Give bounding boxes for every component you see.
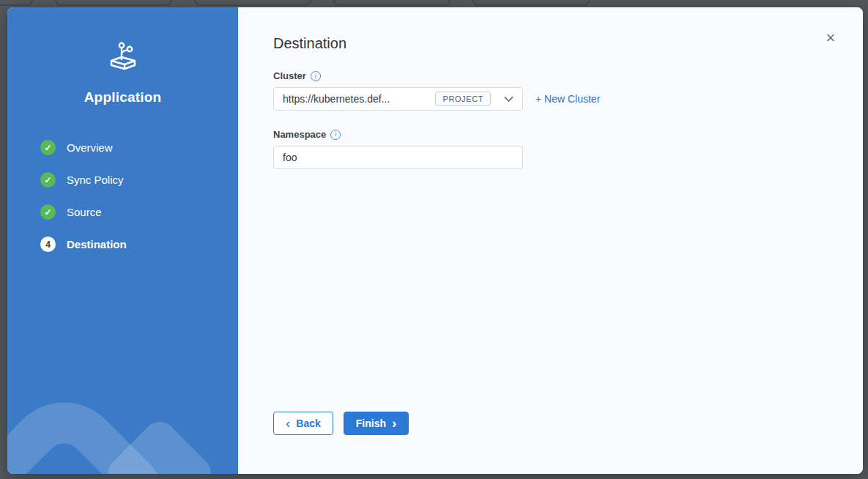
- info-icon[interactable]: i: [330, 130, 341, 140]
- wizard-title: Application: [7, 89, 238, 105]
- backdrop-tab: [55, 0, 172, 6]
- step-label: Sync Policy: [67, 174, 124, 186]
- step-source[interactable]: ✓ Source: [40, 204, 238, 220]
- cluster-label: Cluster: [273, 70, 306, 81]
- chevron-left-icon: ‹: [286, 416, 290, 430]
- backdrop-tab: [194, 0, 311, 6]
- step-label: Source: [67, 206, 102, 218]
- step-sync-policy[interactable]: ✓ Sync Policy: [40, 172, 238, 187]
- namespace-input[interactable]: [273, 146, 523, 169]
- create-application-wizard-dialog: Application ✓ Overview ✓ Sync Policy ✓ S…: [7, 7, 863, 474]
- step-number-badge: 4: [40, 237, 56, 252]
- project-badge: PROJECT: [435, 92, 491, 106]
- wizard-footer: ‹ Back Finish ›: [273, 412, 409, 435]
- wizard-content-panel: × Destination Cluster i https://kubernet…: [238, 7, 863, 474]
- page-title: Destination: [273, 35, 828, 52]
- backdrop-tab: [333, 0, 450, 6]
- step-overview[interactable]: ✓ Overview: [40, 140, 238, 155]
- close-icon: ×: [826, 29, 836, 47]
- back-button[interactable]: ‹ Back: [273, 412, 333, 435]
- check-icon: ✓: [40, 140, 56, 155]
- application-box-icon: [106, 41, 140, 72]
- close-button[interactable]: ×: [820, 28, 841, 48]
- step-destination[interactable]: 4 Destination: [40, 237, 238, 252]
- backdrop-skeleton-tabs: [0, 0, 590, 6]
- cluster-select-value: https://kubernetes.def...: [283, 93, 435, 105]
- step-label: Destination: [67, 238, 127, 250]
- new-cluster-link[interactable]: + New Cluster: [535, 93, 600, 105]
- back-button-label: Back: [296, 417, 320, 429]
- step-label: Overview: [67, 141, 113, 154]
- backdrop-tab: [472, 0, 590, 6]
- wizard-sidebar: Application ✓ Overview ✓ Sync Policy ✓ S…: [7, 7, 238, 474]
- finish-button[interactable]: Finish ›: [344, 412, 409, 435]
- check-icon: ✓: [40, 204, 56, 220]
- chevron-down-icon: [504, 96, 513, 103]
- namespace-label: Namespace: [273, 129, 326, 140]
- wizard-steps: ✓ Overview ✓ Sync Policy ✓ Source 4 Dest…: [7, 140, 238, 252]
- finish-button-label: Finish: [356, 417, 386, 429]
- check-icon: ✓: [40, 172, 56, 187]
- backdrop-tab: [0, 0, 33, 6]
- cluster-select[interactable]: https://kubernetes.def... PROJECT: [273, 87, 523, 111]
- chevron-right-icon: ›: [392, 416, 396, 430]
- info-icon[interactable]: i: [311, 71, 321, 81]
